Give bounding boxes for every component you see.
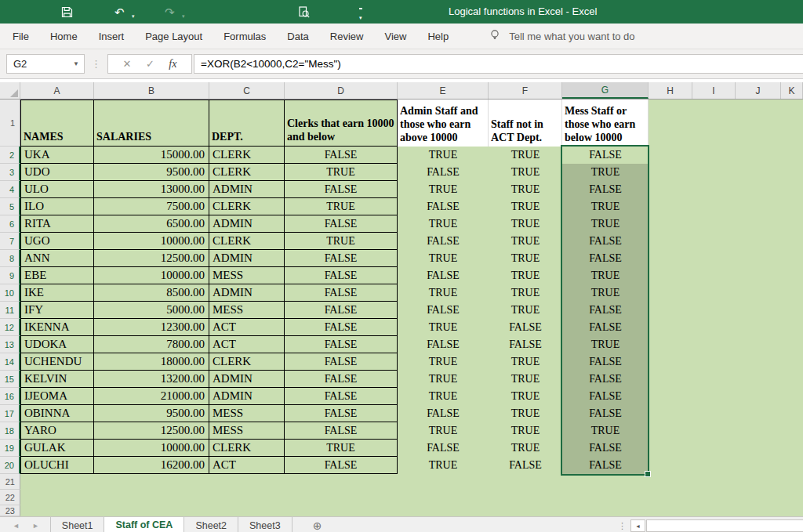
cell-C19[interactable]: CLERK <box>209 440 285 457</box>
cell-F12[interactable]: FALSE <box>489 319 562 336</box>
cell-D14[interactable]: FALSE <box>285 353 398 371</box>
cell-B15[interactable]: 13200.00 <box>94 371 209 388</box>
cell-G9[interactable]: TRUE <box>562 267 649 284</box>
cell-G1[interactable]: Mess Staff or those who earn below 10000 <box>562 100 649 147</box>
menu-tab-formulas[interactable]: Formulas <box>223 31 266 42</box>
row-header-4[interactable]: 4 <box>0 181 20 198</box>
cell-H17-K17[interactable] <box>649 405 803 422</box>
cell-D17[interactable]: FALSE <box>285 405 398 422</box>
cell-G11[interactable]: FALSE <box>562 302 649 319</box>
row-header-10[interactable]: 10 <box>0 284 20 302</box>
cell-D20[interactable]: FALSE <box>285 457 398 474</box>
cell-A2[interactable]: UKA <box>20 147 94 164</box>
menu-tab-home[interactable]: Home <box>50 31 78 42</box>
cell-H9-K9[interactable] <box>649 267 803 284</box>
cell-F7[interactable]: TRUE <box>489 233 562 250</box>
cell-E18[interactable]: TRUE <box>398 422 489 440</box>
menu-tab-help[interactable]: Help <box>427 31 449 42</box>
cell-D7[interactable]: TRUE <box>285 233 398 250</box>
row-header-14[interactable]: 14 <box>0 353 20 371</box>
cell-D6[interactable]: FALSE <box>285 215 398 233</box>
cell-A8[interactable]: ANN <box>20 250 94 267</box>
cell-G16[interactable]: FALSE <box>562 388 649 405</box>
cell-H8-K8[interactable] <box>649 250 803 267</box>
cell-C20[interactable]: ACT <box>209 457 285 474</box>
new-sheet-icon[interactable]: ⊕ <box>313 517 322 532</box>
cell-G15[interactable]: FALSE <box>562 371 649 388</box>
cell-G17[interactable]: FALSE <box>562 405 649 422</box>
tab-scrollbar-grip[interactable]: ⋮ <box>618 520 627 531</box>
menu-tab-insert[interactable]: Insert <box>99 31 125 42</box>
cell-F6[interactable]: TRUE <box>489 215 562 233</box>
cell-G19[interactable]: FALSE <box>562 440 649 457</box>
cell-G13[interactable]: TRUE <box>562 336 649 353</box>
cell-E7[interactable]: FALSE <box>398 233 489 250</box>
cancel-icon[interactable]: ✕ <box>123 59 132 69</box>
column-header-H[interactable]: H <box>649 82 692 99</box>
row-header-9[interactable]: 9 <box>0 267 20 284</box>
cell-D5[interactable]: TRUE <box>285 198 398 215</box>
cell-H13-K13[interactable] <box>649 336 803 353</box>
cell-C11[interactable]: MESS <box>209 302 285 319</box>
cell-A10[interactable]: IKE <box>20 284 94 302</box>
row-header-5[interactable]: 5 <box>0 198 20 215</box>
cell-E10[interactable]: TRUE <box>398 284 489 302</box>
cell-B10[interactable]: 8500.00 <box>94 284 209 302</box>
cell-B6[interactable]: 6500.00 <box>94 215 209 233</box>
cell-H7-K7[interactable] <box>649 233 803 250</box>
cell-H20-K20[interactable] <box>649 457 803 474</box>
cell-C16[interactable]: ADMIN <box>209 388 285 405</box>
cell-B8[interactable]: 12500.00 <box>94 250 209 267</box>
cell-D9[interactable]: FALSE <box>285 267 398 284</box>
empty-cells[interactable] <box>20 490 803 505</box>
cell-C12[interactable]: ACT <box>209 319 285 336</box>
cell-G10[interactable]: TRUE <box>562 284 649 302</box>
cell-D19[interactable]: TRUE <box>285 440 398 457</box>
cell-C17[interactable]: MESS <box>209 405 285 422</box>
cell-E20[interactable]: TRUE <box>398 457 489 474</box>
cell-D11[interactable]: FALSE <box>285 302 398 319</box>
cell-D10[interactable]: FALSE <box>285 284 398 302</box>
cell-G12[interactable]: FALSE <box>562 319 649 336</box>
cell-F15[interactable]: TRUE <box>489 371 562 388</box>
cell-E14[interactable]: TRUE <box>398 353 489 371</box>
save-icon[interactable] <box>61 5 73 19</box>
column-header-I[interactable]: I <box>692 82 736 99</box>
cell-B18[interactable]: 12500.00 <box>94 422 209 440</box>
cell-C2[interactable]: CLERK <box>209 147 285 164</box>
row-header-1[interactable]: 1 <box>0 100 20 147</box>
insert-function-icon[interactable]: fx <box>169 58 176 71</box>
cell-D18[interactable]: FALSE <box>285 422 398 440</box>
cell-H4-K4[interactable] <box>649 181 803 198</box>
cell-F16[interactable]: TRUE <box>489 388 562 405</box>
cell-E8[interactable]: TRUE <box>398 250 489 267</box>
cell-E3[interactable]: FALSE <box>398 164 489 181</box>
cell-B4[interactable]: 13000.00 <box>94 181 209 198</box>
cell-B12[interactable]: 12300.00 <box>94 319 209 336</box>
row-header-15[interactable]: 15 <box>0 371 20 388</box>
cell-B13[interactable]: 7800.00 <box>94 336 209 353</box>
cell-E15[interactable]: TRUE <box>398 371 489 388</box>
cell-F19[interactable]: TRUE <box>489 440 562 457</box>
cell-F9[interactable]: TRUE <box>489 267 562 284</box>
row-header-7[interactable]: 7 <box>0 233 20 250</box>
cell-A6[interactable]: RITA <box>20 215 94 233</box>
horizontal-scrollbar[interactable] <box>646 519 803 532</box>
cell-C1[interactable]: DEPT. <box>209 100 285 147</box>
cell-B2[interactable]: 15000.00 <box>94 147 209 164</box>
column-header-K[interactable]: K <box>781 82 803 99</box>
cell-B9[interactable]: 10000.00 <box>94 267 209 284</box>
tell-me[interactable]: Tell me what you want to do <box>489 29 634 44</box>
cell-C8[interactable]: ADMIN <box>209 250 285 267</box>
cell-G4[interactable]: FALSE <box>562 181 649 198</box>
cell-A14[interactable]: UCHENDU <box>20 353 94 371</box>
cell-H12-K12[interactable] <box>649 319 803 336</box>
column-header-A[interactable]: A <box>20 82 94 99</box>
cell-A17[interactable]: OBINNA <box>20 405 94 422</box>
sheet-tab-staff-of-cea[interactable]: Staff of CEA <box>104 517 184 532</box>
row-header-3[interactable]: 3 <box>0 164 20 181</box>
cell-E12[interactable]: TRUE <box>398 319 489 336</box>
column-header-B[interactable]: B <box>94 82 209 99</box>
cell-E17[interactable]: FALSE <box>398 405 489 422</box>
row-header-23[interactable]: 23 <box>0 505 20 516</box>
